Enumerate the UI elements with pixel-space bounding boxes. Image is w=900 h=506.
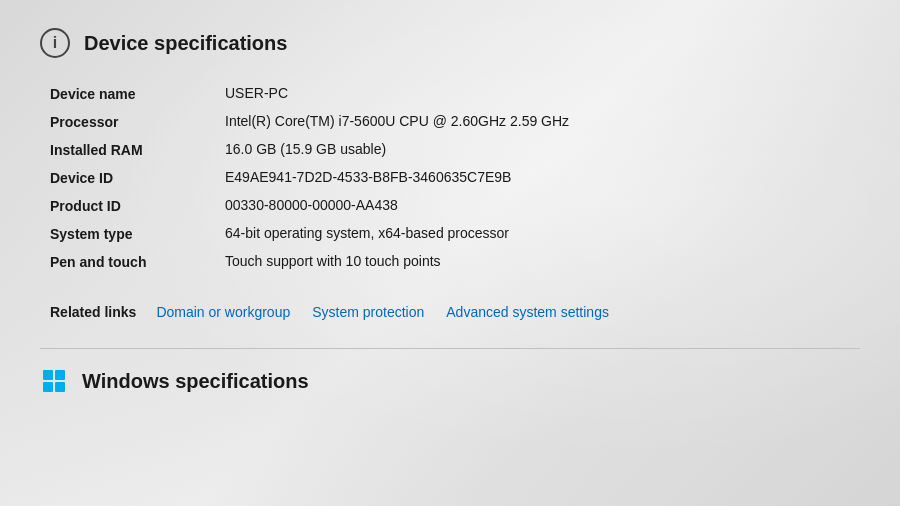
spec-value-product-id: 00330-80000-00000-AA438 [225, 197, 398, 213]
windows-specs-title: Windows specifications [82, 370, 309, 393]
spec-label-product-id: Product ID [50, 197, 225, 214]
spec-label-processor: Processor [50, 113, 225, 130]
spec-value-device-name: USER-PC [225, 85, 288, 101]
spec-row-processor: Processor Intel(R) Core(TM) i7-5600U CPU… [50, 108, 860, 136]
spec-row-system-type: System type 64-bit operating system, x64… [50, 220, 860, 248]
section-divider [40, 348, 860, 349]
device-specs-header: i Device specifications [40, 28, 860, 58]
spec-label-pen-touch: Pen and touch [50, 253, 225, 270]
windows-logo-icon [40, 367, 68, 395]
spec-value-system-type: 64-bit operating system, x64-based proce… [225, 225, 509, 241]
windows-logo-quad-tr [55, 370, 65, 380]
specs-table: Device name USER-PC Processor Intel(R) C… [50, 80, 860, 276]
related-links-bar: Related links Domain or workgroup System… [50, 304, 860, 320]
link-system-protection[interactable]: System protection [312, 304, 424, 320]
spec-label-ram: Installed RAM [50, 141, 225, 158]
spec-row-device-id: Device ID E49AE941-7D2D-4533-B8FB-346063… [50, 164, 860, 192]
spec-value-ram: 16.0 GB (15.9 GB usable) [225, 141, 386, 157]
info-icon: i [40, 28, 70, 58]
spec-value-device-id: E49AE941-7D2D-4533-B8FB-3460635C7E9B [225, 169, 511, 185]
windows-logo-quad-bl [43, 382, 53, 392]
spec-row-ram: Installed RAM 16.0 GB (15.9 GB usable) [50, 136, 860, 164]
windows-logo-quad-tl [43, 370, 53, 380]
spec-label-system-type: System type [50, 225, 225, 242]
windows-logo-quad-br [55, 382, 65, 392]
spec-value-processor: Intel(R) Core(TM) i7-5600U CPU @ 2.60GHz… [225, 113, 569, 129]
spec-row-device-name: Device name USER-PC [50, 80, 860, 108]
spec-label-device-id: Device ID [50, 169, 225, 186]
spec-row-pen-touch: Pen and touch Touch support with 10 touc… [50, 248, 860, 276]
windows-specs-header: Windows specifications [40, 367, 860, 395]
link-advanced-system-settings[interactable]: Advanced system settings [446, 304, 609, 320]
related-links-label: Related links [50, 304, 136, 320]
spec-row-product-id: Product ID 00330-80000-00000-AA438 [50, 192, 860, 220]
device-specs-title: Device specifications [84, 32, 287, 55]
spec-label-device-name: Device name [50, 85, 225, 102]
spec-value-pen-touch: Touch support with 10 touch points [225, 253, 441, 269]
link-domain-workgroup[interactable]: Domain or workgroup [156, 304, 290, 320]
